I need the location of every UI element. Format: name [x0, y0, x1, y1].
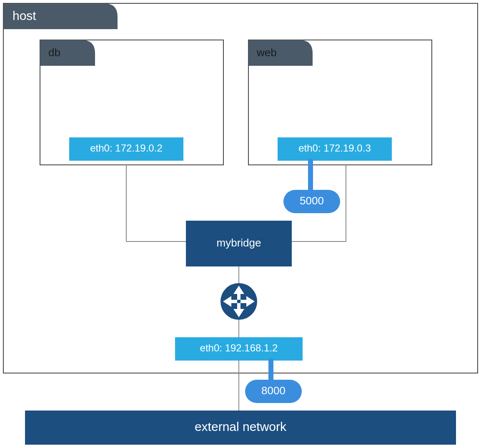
db-label: db	[48, 46, 60, 59]
external-network-label: external network	[195, 420, 287, 433]
host-interface-label: eth0: 192.168.1.2	[200, 342, 278, 353]
web-label: web	[256, 46, 277, 59]
port-5000-label: 5000	[300, 194, 324, 207]
container-web: web eth0: 172.19.0.3	[248, 40, 432, 165]
host-label: host	[13, 9, 36, 22]
port-8000-label: 8000	[261, 384, 286, 397]
network-diagram: host db eth0: 172.19.0.2 web eth0: 172.1…	[0, 0, 481, 448]
web-interface-label: eth0: 172.19.0.3	[298, 142, 371, 154]
container-db: db eth0: 172.19.0.2	[40, 40, 223, 165]
bridge-label: mybridge	[217, 236, 261, 249]
db-interface-label: eth0: 172.19.0.2	[90, 142, 162, 154]
